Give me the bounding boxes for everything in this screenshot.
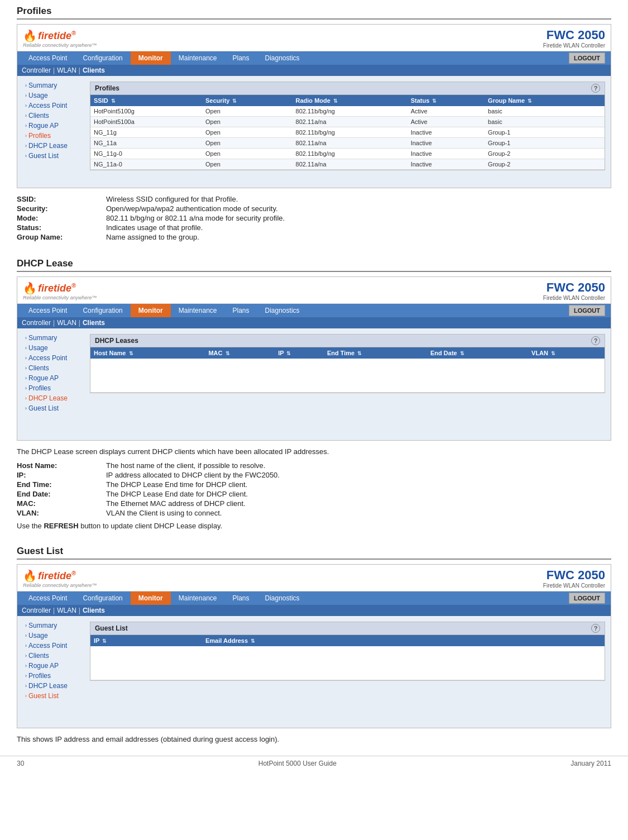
dhcp-sidebar-guest[interactable]: › Guest List xyxy=(17,403,84,413)
guest-help-button[interactable]: ? xyxy=(591,624,600,633)
dhcp-brand-text: firetide® xyxy=(38,282,76,294)
dhcp-label-summary: Summary xyxy=(28,334,57,342)
desc-mode-value: 802.11 b/bg/ng or 802.11 a/na mode for s… xyxy=(106,214,611,222)
dhcp-help-button[interactable]: ? xyxy=(591,336,600,345)
desc-ssid-label: SSID: xyxy=(17,195,106,203)
profiles-content-panel: Profiles ? SSID ⇅ Security ⇅ Radio Mode … xyxy=(84,76,611,188)
dhcp-sidebar-usage[interactable]: › Usage xyxy=(17,343,84,353)
dhcp-sidebar-profiles[interactable]: › Profiles xyxy=(17,383,84,393)
nav-tab-configuration[interactable]: Configuration xyxy=(75,51,130,65)
profiles-device-frame: 🔥 firetide® Reliable connectivity anywhe… xyxy=(17,24,611,188)
dhcp-sidebar-dhcp[interactable]: › DHCP Lease xyxy=(17,393,84,403)
dhcp-arrow-profiles: › xyxy=(25,385,27,391)
dhcp-sidebar-ap[interactable]: › Access Point xyxy=(17,353,84,363)
guest-breadcrumb-controller[interactable]: Controller xyxy=(22,607,51,614)
page-footer: 30 HotPoint 5000 User Guide January 2011 xyxy=(0,756,628,771)
desc-vlan-label: VLAN: xyxy=(17,509,106,517)
col-security[interactable]: Security ⇅ xyxy=(202,95,293,106)
guest-breadcrumb-wlan[interactable]: WLAN xyxy=(57,607,76,614)
guest-nav-tab-plans[interactable]: Plans xyxy=(224,591,257,605)
col-vlan[interactable]: VLAN ⇅ xyxy=(528,347,605,359)
sidebar-item-guest[interactable]: › Guest List xyxy=(17,151,84,161)
col-guest-ip[interactable]: IP ⇅ xyxy=(90,635,202,646)
guest-arrow-clients: › xyxy=(25,653,27,658)
dhcp-breadcrumb: Controller | WLAN | Clients xyxy=(17,317,611,328)
fwc-model: FWC 2050 xyxy=(543,28,605,42)
sidebar-item-profiles[interactable]: › Profiles xyxy=(17,131,84,141)
table-row xyxy=(90,359,605,392)
sidebar-item-access-point[interactable]: › Access Point xyxy=(17,101,84,111)
nav-tab-access-point[interactable]: Access Point xyxy=(21,51,75,65)
col-end-time[interactable]: End Time ⇅ xyxy=(324,347,427,359)
table-row: HotPoint5100aOpen802.11a/naActivebasic xyxy=(90,117,605,127)
guest-nav-tab-monitor[interactable]: Monitor xyxy=(131,591,171,605)
dhcp-nav-tab-access-point[interactable]: Access Point xyxy=(21,304,75,317)
guest-nav-tab-maintenance[interactable]: Maintenance xyxy=(171,591,225,605)
col-mac[interactable]: MAC ⇅ xyxy=(205,347,275,359)
dhcp-nav-tab-maintenance[interactable]: Maintenance xyxy=(171,304,225,317)
guest-label-summary: Summary xyxy=(28,622,57,629)
dhcp-content-panel: DHCP Leases ? Host Name ⇅ MAC ⇅ IP ⇅ End… xyxy=(84,328,611,440)
sidebar-item-usage[interactable]: › Usage xyxy=(17,90,84,101)
dhcp-main-content: › Summary › Usage › Access Point › Clien… xyxy=(17,328,611,440)
nav-tab-plans[interactable]: Plans xyxy=(224,51,257,65)
col-radio-mode[interactable]: Radio Mode ⇅ xyxy=(293,95,408,106)
dhcp-breadcrumb-controller[interactable]: Controller xyxy=(22,319,51,327)
dhcp-logout-button[interactable]: LOGOUT xyxy=(569,305,605,316)
guest-logout-button[interactable]: LOGOUT xyxy=(569,593,605,604)
guest-sidebar-dhcp[interactable]: › DHCP Lease xyxy=(17,681,84,691)
guest-arrow-guest: › xyxy=(25,693,27,699)
dhcp-arrow-dhcp: › xyxy=(25,395,27,401)
desc-ssid: SSID: Wireless SSID configured for that … xyxy=(17,195,611,203)
guest-sidebar-rogue[interactable]: › Rogue AP xyxy=(17,661,84,671)
guest-sidebar-summary[interactable]: › Summary xyxy=(17,621,84,631)
nav-tab-maintenance[interactable]: Maintenance xyxy=(171,51,225,65)
dhcp-sidebar-rogue[interactable]: › Rogue AP xyxy=(17,373,84,383)
dhcp-nav-tab-configuration[interactable]: Configuration xyxy=(75,304,130,317)
breadcrumb-controller[interactable]: Controller xyxy=(22,66,51,74)
col-end-date[interactable]: End Date ⇅ xyxy=(427,347,528,359)
dhcp-sidebar-summary[interactable]: › Summary xyxy=(17,333,84,343)
guest-sidebar-clients[interactable]: › Clients xyxy=(17,651,84,661)
guest-nav-tab-diagnostics[interactable]: Diagnostics xyxy=(257,591,308,605)
guest-breadcrumb: Controller | WLAN | Clients xyxy=(17,605,611,616)
breadcrumb-wlan[interactable]: WLAN xyxy=(57,66,76,74)
dhcp-nav-tab-monitor[interactable]: Monitor xyxy=(131,304,171,317)
guest-arrow-profiles: › xyxy=(25,673,27,679)
dhcp-table: Host Name ⇅ MAC ⇅ IP ⇅ End Time ⇅ End Da… xyxy=(90,347,605,393)
desc-mode-label: Mode: xyxy=(17,214,106,222)
dhcp-flame-icon: 🔥 xyxy=(23,281,37,295)
sidebar-item-rogue-ap[interactable]: › Rogue AP xyxy=(17,121,84,131)
sidebar-arrow-guest: › xyxy=(25,153,27,159)
profiles-sidebar: › Summary › Usage › Access Point › Clien… xyxy=(17,76,84,188)
sidebar-item-dhcp[interactable]: › DHCP Lease xyxy=(17,141,84,151)
dhcp-sidebar-clients[interactable]: › Clients xyxy=(17,363,84,373)
guest-nav-tab-access-point[interactable]: Access Point xyxy=(21,591,75,605)
profiles-help-button[interactable]: ? xyxy=(591,84,600,93)
sidebar-item-summary[interactable]: › Summary xyxy=(17,80,84,90)
col-email[interactable]: Email Address ⇅ xyxy=(202,635,605,646)
col-group-name[interactable]: Group Name ⇅ xyxy=(485,95,605,106)
col-hostname[interactable]: Host Name ⇅ xyxy=(90,347,205,359)
nav-tab-diagnostics[interactable]: Diagnostics xyxy=(257,51,308,65)
guest-label-rogue: Rogue AP xyxy=(28,662,59,670)
guest-sidebar-usage[interactable]: › Usage xyxy=(17,631,84,641)
sidebar-item-clients[interactable]: › Clients xyxy=(17,111,84,121)
col-ip[interactable]: IP ⇅ xyxy=(275,347,324,359)
col-status[interactable]: Status ⇅ xyxy=(408,95,485,106)
dhcp-breadcrumb-wlan[interactable]: WLAN xyxy=(57,319,76,327)
guest-sidebar-guest[interactable]: › Guest List xyxy=(17,691,84,701)
logout-button[interactable]: LOGOUT xyxy=(569,52,605,64)
col-ssid[interactable]: SSID ⇅ xyxy=(90,95,202,106)
desc-status-value: Indicates usage of that profile. xyxy=(106,223,611,232)
nav-tab-monitor[interactable]: Monitor xyxy=(131,51,171,65)
guest-nav-tab-configuration[interactable]: Configuration xyxy=(75,591,130,605)
dhcp-nav-tab-plans[interactable]: Plans xyxy=(224,304,257,317)
desc-group-name-value: Name assigned to the group. xyxy=(106,233,611,241)
guest-sidebar-profiles[interactable]: › Profiles xyxy=(17,671,84,681)
dhcp-nav-tab-diagnostics[interactable]: Diagnostics xyxy=(257,304,308,317)
refresh-bold: REFRESH xyxy=(44,522,78,530)
table-row: HotPoint5100gOpen802.11b/bg/ngActivebasi… xyxy=(90,106,605,117)
guest-sidebar-ap[interactable]: › Access Point xyxy=(17,641,84,651)
firetide-logo: 🔥 firetide® Reliable connectivity anywhe… xyxy=(23,29,97,48)
